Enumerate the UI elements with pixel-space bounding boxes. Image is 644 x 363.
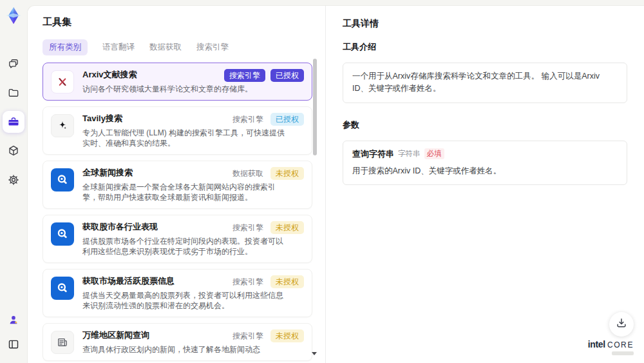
sidebar-nav xyxy=(3,53,24,191)
arxiv-logo-icon xyxy=(51,70,74,93)
auth-status-badge: 未授权 xyxy=(270,167,304,180)
category-label: 数据获取 xyxy=(232,168,263,179)
sidebar xyxy=(0,0,27,363)
tool-card-tavily[interactable]: Tavily搜索 搜索引擎 已授权 专为人工智能代理 (LLM) 构建的搜索引擎… xyxy=(43,106,312,155)
user-avatar[interactable] xyxy=(3,309,24,331)
param-name: 查询字符串 xyxy=(352,148,394,160)
tool-card-active-stocks[interactable]: 获取市场最活跃股票信息 搜索引擎 未授权 提供当天交易量最高的股票列表，投资者可… xyxy=(43,269,312,317)
tool-description: 查询具体行政区划内的新闻，快速了解各地新闻动态 xyxy=(82,344,289,355)
tool-name: Arxiv文献搜索 xyxy=(82,69,137,81)
sidebar-item-files[interactable] xyxy=(3,82,24,104)
tab-all-categories[interactable]: 所有类别 xyxy=(43,39,88,55)
tool-card-arxiv[interactable]: Arxiv文献搜索 搜索引擎 已授权 访问各个研究领域大量科学论文和文章的存储库… xyxy=(43,63,312,101)
gear-icon xyxy=(7,173,20,186)
tool-description: 提供股票市场各个行业在特定时间段内的表现。投资者可以利用这些信息来识别表现优于或… xyxy=(82,236,289,257)
tab-data-fetching[interactable]: 数据获取 xyxy=(149,42,182,53)
tool-description: 访问各个研究领域大量科学论文和文章的存储库。 xyxy=(82,84,289,94)
tool-name: 获取市场最活跃股票信息 xyxy=(82,275,175,287)
sidebar-bottom xyxy=(0,309,27,355)
sidebar-item-settings[interactable] xyxy=(3,169,24,191)
stock-search-icon xyxy=(51,277,74,300)
category-label: 搜索引擎 xyxy=(232,114,263,125)
auth-status-badge: 未授权 xyxy=(270,275,304,288)
tool-detail-panel: 工具详情 工具介绍 一个用于从Arxiv存储库搜索科学论文和文章的工具。 输入可… xyxy=(326,6,644,363)
cube-icon xyxy=(7,144,20,157)
page-title: 工具集 xyxy=(43,16,312,28)
scrollbar-thumb[interactable] xyxy=(313,59,317,155)
tool-name: 获取股市各行业表现 xyxy=(82,221,158,233)
params-heading: 参数 xyxy=(343,119,627,131)
user-icon xyxy=(7,313,20,326)
tool-description: 全球新闻搜索是一个聚合全球各大新闻网站内容的搜索引擎，帮助用户快速获取全球最新资… xyxy=(82,182,289,202)
param-required-badge: 必填 xyxy=(424,148,444,159)
auth-status-badge: 未授权 xyxy=(270,221,304,234)
collapse-sidebar-button[interactable] xyxy=(3,333,24,355)
download-button[interactable] xyxy=(609,312,634,337)
newspaper-icon xyxy=(51,331,74,354)
brand-core: CORE xyxy=(607,340,634,349)
brand-underline xyxy=(612,351,634,355)
param-type: 字符串 xyxy=(398,149,421,159)
sidebar-item-packages[interactable] xyxy=(3,140,24,162)
param-description: 用于搜索的Arxiv ID、关键字或作者姓名。 xyxy=(352,165,618,177)
brand-intel: intel xyxy=(588,339,605,349)
category-tabs: 所有类别 语言翻译 数据获取 搜索引擎 xyxy=(43,39,312,55)
category-label: 搜索引擎 xyxy=(232,277,263,288)
auth-status-badge: 已授权 xyxy=(270,69,304,82)
download-icon xyxy=(615,317,628,332)
intel-core-logo: intelCORE xyxy=(588,339,634,355)
param-box: 查询字符串 字符串 必填 用于搜索的Arxiv ID、关键字或作者姓名。 xyxy=(343,141,627,185)
tool-description: 专为人工智能代理 (LLM) 构建的搜索引擎工具，可快速提供实时、准确和真实的结… xyxy=(82,128,289,148)
detail-title: 工具详情 xyxy=(343,18,627,30)
tool-name: 全球新闻搜索 xyxy=(82,167,133,179)
tool-card-global-news[interactable]: 全球新闻搜索 数据获取 未授权 全球新闻搜索是一个聚合全球各大新闻网站内容的搜索… xyxy=(43,161,312,209)
sidebar-item-chat[interactable] xyxy=(3,53,24,75)
category-badge: 搜索引擎 xyxy=(224,69,265,82)
intro-box: 一个用于从Arxiv存储库搜索科学论文和文章的工具。 输入可以是Arxiv ID… xyxy=(343,63,627,103)
tavily-star-icon xyxy=(51,114,74,137)
sidebar-item-tools[interactable] xyxy=(3,111,24,133)
category-label: 搜索引擎 xyxy=(232,222,263,233)
tab-search-engine[interactable]: 搜索引擎 xyxy=(196,42,229,53)
tool-card-region-news[interactable]: 万维地区新闻查询 搜索引擎 未授权 查询具体行政区划内的新闻，快速了解各地新闻动… xyxy=(43,323,312,361)
folder-icon xyxy=(7,86,20,99)
tool-name: 万维地区新闻查询 xyxy=(82,329,149,341)
chat-icon xyxy=(7,57,20,70)
tools-list-panel: 工具集 所有类别 语言翻译 数据获取 搜索引擎 Arxiv文献搜索 xyxy=(28,6,326,363)
tool-list: Arxiv文献搜索 搜索引擎 已授权 访问各个研究领域大量科学论文和文章的存储库… xyxy=(43,63,312,361)
main-panel: 工具集 所有类别 语言翻译 数据获取 搜索引擎 Arxiv文献搜索 xyxy=(27,5,644,363)
collapse-panel-icon xyxy=(7,338,20,351)
stock-search-icon xyxy=(51,222,74,246)
tool-card-sector-performance[interactable]: 获取股市各行业表现 搜索引擎 未授权 提供股票市场各个行业在特定时间段内的表现。… xyxy=(43,215,312,263)
app-logo-gem-icon[interactable] xyxy=(3,5,24,26)
intro-text: 一个用于从Arxiv存储库搜索科学论文和文章的工具。 输入可以是Arxiv ID… xyxy=(352,70,618,95)
tool-description: 提供当天交易量最高的股票列表，投资者可以利用这些信息来识别流动性强的股票和潜在的… xyxy=(82,290,289,311)
category-label: 搜索引擎 xyxy=(232,331,263,342)
auth-status-badge: 未授权 xyxy=(270,329,304,342)
news-search-icon xyxy=(51,168,74,191)
auth-status-badge: 已授权 xyxy=(270,113,304,126)
briefcase-icon xyxy=(7,115,20,128)
tab-language-translation[interactable]: 语言翻译 xyxy=(102,42,135,53)
tool-name: Tavily搜索 xyxy=(82,113,122,124)
intro-heading: 工具介绍 xyxy=(343,41,627,53)
scroll-down-icon[interactable] xyxy=(312,352,317,355)
